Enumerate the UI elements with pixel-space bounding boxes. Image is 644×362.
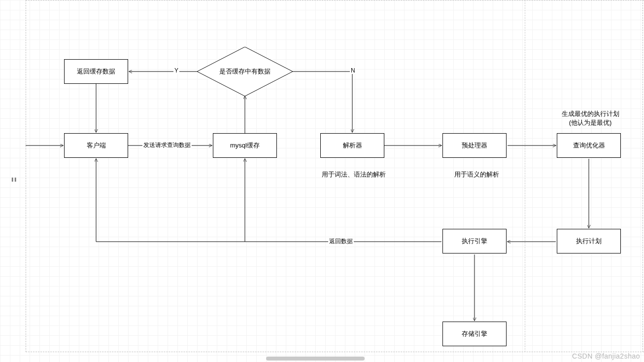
node-label: 存储引擎 (462, 329, 487, 338)
gutter-marker: ❚❚ (11, 177, 17, 182)
node-return-cache-data[interactable]: 返回缓存数据 (64, 59, 128, 84)
edge-label-yes: Y (173, 67, 179, 74)
node-label: 执行计划 (576, 237, 602, 246)
node-query-optimizer[interactable]: 查询优化器 (557, 133, 621, 158)
annotation-optimizer: 生成最优的执行计划 (他认为是最优) (551, 109, 630, 127)
grid-background (0, 0, 644, 362)
page-break-vertical (525, 0, 525, 352)
node-storage-engine[interactable]: 存储引擎 (442, 322, 507, 346)
scrollbar-thumb[interactable] (266, 357, 365, 361)
page-guide-left (26, 0, 26, 352)
node-exec-engine[interactable]: 执行引擎 (442, 229, 507, 253)
annotation-preprocessor: 用于语义的解析 (449, 170, 504, 179)
node-parser[interactable]: 解析器 (320, 133, 384, 158)
node-client[interactable]: 客户端 (64, 133, 128, 158)
annotation-parser: 用于词法、语法的解析 (319, 170, 388, 179)
horizontal-scrollbar[interactable] (0, 355, 644, 362)
node-preprocessor[interactable]: 预处理器 (442, 133, 507, 158)
annotation-optimizer-line2: (他认为是最优) (551, 118, 630, 127)
edge-label-return-data: 返回数据 (328, 237, 354, 246)
page-guide-bottom (26, 352, 644, 352)
node-exec-plan[interactable]: 执行计划 (557, 229, 621, 253)
edge-label-send-query: 发送请求查询数据 (142, 141, 192, 149)
edge-label-no: N (350, 67, 356, 74)
node-label: mysql缓存 (230, 141, 260, 150)
node-label: 客户端 (87, 141, 106, 150)
node-label: 是否缓存中有数据 (219, 67, 271, 76)
node-label: 解析器 (343, 141, 362, 150)
node-label: 预处理器 (462, 141, 487, 150)
node-cache-decision[interactable]: 是否缓存中有数据 (197, 47, 293, 96)
page-guide-top (26, 0, 644, 0)
diagram-canvas: ❚❚ (0, 0, 644, 362)
node-label: 返回缓存数据 (77, 67, 115, 76)
annotation-optimizer-line1: 生成最优的执行计划 (551, 109, 630, 118)
node-mysql-cache[interactable]: mysql缓存 (213, 133, 277, 158)
node-label: 执行引擎 (462, 237, 487, 246)
page-guide-right (643, 0, 643, 352)
node-label: 查询优化器 (573, 141, 605, 150)
